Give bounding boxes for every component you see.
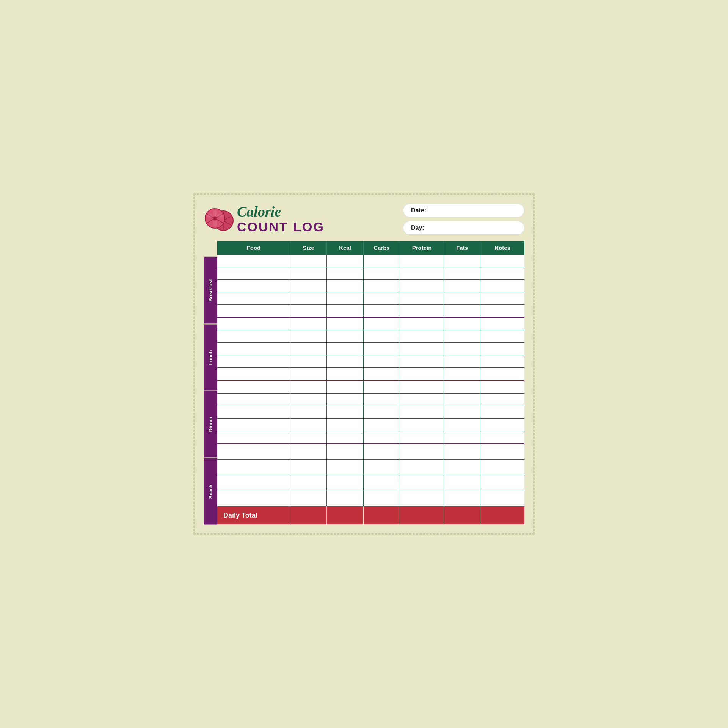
cell[interactable] bbox=[444, 460, 480, 475]
cell[interactable] bbox=[327, 368, 363, 380]
cell[interactable] bbox=[217, 394, 290, 406]
cell[interactable] bbox=[290, 255, 327, 267]
cell[interactable] bbox=[444, 267, 480, 279]
cell[interactable] bbox=[217, 255, 290, 267]
cell[interactable] bbox=[480, 292, 524, 304]
daily-total-protein[interactable] bbox=[400, 506, 444, 524]
cell[interactable] bbox=[364, 431, 400, 443]
cell[interactable] bbox=[290, 460, 327, 475]
cell[interactable] bbox=[290, 267, 327, 279]
cell[interactable] bbox=[327, 406, 363, 418]
cell[interactable] bbox=[444, 355, 480, 367]
cell[interactable] bbox=[290, 318, 327, 330]
cell[interactable] bbox=[290, 406, 327, 418]
cell[interactable] bbox=[364, 491, 400, 506]
cell[interactable] bbox=[444, 255, 480, 267]
cell[interactable] bbox=[400, 318, 444, 330]
daily-total-kcal[interactable] bbox=[327, 506, 363, 524]
cell[interactable] bbox=[364, 343, 400, 355]
cell[interactable] bbox=[400, 280, 444, 292]
cell[interactable] bbox=[217, 267, 290, 279]
cell[interactable] bbox=[444, 381, 480, 393]
cell[interactable] bbox=[400, 292, 444, 304]
cell[interactable] bbox=[217, 355, 290, 367]
cell[interactable] bbox=[444, 305, 480, 317]
cell[interactable] bbox=[327, 330, 363, 342]
cell[interactable] bbox=[400, 491, 444, 506]
cell[interactable] bbox=[290, 305, 327, 317]
cell[interactable] bbox=[444, 343, 480, 355]
cell[interactable] bbox=[217, 292, 290, 304]
cell[interactable] bbox=[327, 318, 363, 330]
cell[interactable] bbox=[480, 419, 524, 431]
cell[interactable] bbox=[444, 318, 480, 330]
cell[interactable] bbox=[400, 419, 444, 431]
cell[interactable] bbox=[290, 394, 327, 406]
cell[interactable] bbox=[400, 343, 444, 355]
cell[interactable] bbox=[400, 255, 444, 267]
cell[interactable] bbox=[364, 381, 400, 393]
cell[interactable] bbox=[290, 381, 327, 393]
cell[interactable] bbox=[327, 431, 363, 443]
daily-total-fats[interactable] bbox=[444, 506, 480, 524]
cell[interactable] bbox=[480, 431, 524, 443]
cell[interactable] bbox=[327, 255, 363, 267]
cell[interactable] bbox=[217, 280, 290, 292]
cell[interactable] bbox=[217, 419, 290, 431]
cell[interactable] bbox=[400, 267, 444, 279]
daily-total-size[interactable] bbox=[290, 506, 327, 524]
cell[interactable] bbox=[327, 394, 363, 406]
cell[interactable] bbox=[327, 419, 363, 431]
cell[interactable] bbox=[217, 305, 290, 317]
cell[interactable] bbox=[217, 330, 290, 342]
cell[interactable] bbox=[480, 460, 524, 475]
cell[interactable] bbox=[400, 355, 444, 367]
cell[interactable] bbox=[290, 330, 327, 342]
cell[interactable] bbox=[290, 431, 327, 443]
cell[interactable] bbox=[400, 368, 444, 380]
cell[interactable] bbox=[290, 491, 327, 506]
cell[interactable] bbox=[400, 394, 444, 406]
cell[interactable] bbox=[217, 343, 290, 355]
cell[interactable] bbox=[327, 292, 363, 304]
cell[interactable] bbox=[400, 475, 444, 490]
cell[interactable] bbox=[444, 368, 480, 380]
cell[interactable] bbox=[327, 267, 363, 279]
cell[interactable] bbox=[480, 330, 524, 342]
cell[interactable] bbox=[480, 280, 524, 292]
cell[interactable] bbox=[480, 305, 524, 317]
cell[interactable] bbox=[217, 475, 290, 490]
cell[interactable] bbox=[480, 255, 524, 267]
cell[interactable] bbox=[444, 431, 480, 443]
cell[interactable] bbox=[364, 267, 400, 279]
cell[interactable] bbox=[364, 368, 400, 380]
date-field[interactable]: Date: bbox=[403, 204, 524, 217]
cell[interactable] bbox=[327, 460, 363, 475]
cell[interactable] bbox=[217, 381, 290, 393]
cell[interactable] bbox=[480, 368, 524, 380]
cell[interactable] bbox=[400, 406, 444, 418]
cell[interactable] bbox=[400, 444, 444, 459]
cell[interactable] bbox=[444, 406, 480, 418]
cell[interactable] bbox=[444, 292, 480, 304]
cell[interactable] bbox=[480, 444, 524, 459]
cell[interactable] bbox=[480, 491, 524, 506]
cell[interactable] bbox=[327, 475, 363, 490]
cell[interactable] bbox=[444, 475, 480, 490]
cell[interactable] bbox=[400, 460, 444, 475]
cell[interactable] bbox=[400, 305, 444, 317]
daily-total-carbs[interactable] bbox=[364, 506, 400, 524]
cell[interactable] bbox=[327, 343, 363, 355]
cell[interactable] bbox=[480, 267, 524, 279]
cell[interactable] bbox=[480, 343, 524, 355]
cell[interactable] bbox=[444, 280, 480, 292]
cell[interactable] bbox=[480, 318, 524, 330]
cell[interactable] bbox=[327, 444, 363, 459]
cell[interactable] bbox=[217, 318, 290, 330]
cell[interactable] bbox=[364, 330, 400, 342]
cell[interactable] bbox=[364, 318, 400, 330]
cell[interactable] bbox=[217, 491, 290, 506]
cell[interactable] bbox=[217, 444, 290, 459]
cell[interactable] bbox=[444, 419, 480, 431]
cell[interactable] bbox=[480, 355, 524, 367]
